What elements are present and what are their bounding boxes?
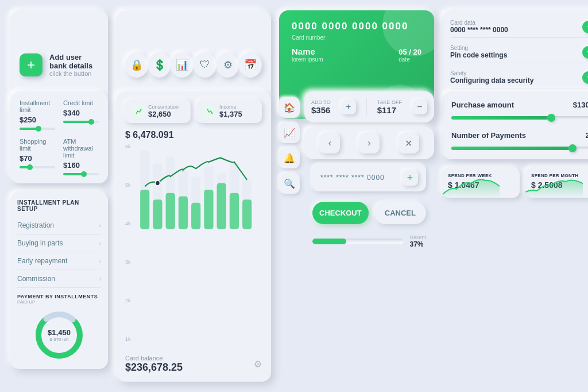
setting-pin-chevron[interactable]: ▾ — [582, 46, 588, 59]
limit-shopping-thumb[interactable] — [27, 164, 33, 170]
limit-installment-thumb[interactable] — [36, 126, 41, 132]
barchart-icon[interactable]: 📊 — [171, 52, 194, 78]
progress-fill — [312, 239, 346, 244]
limit-atm-fill — [63, 173, 84, 175]
limit-shopping-slider — [20, 166, 55, 168]
income-icon — [203, 105, 216, 118]
chart-area: 6k 5k 4k 3k 2k 1k — [125, 144, 262, 351]
purchase-amount-value: $1300 — [573, 101, 588, 109]
payments-slider-thumb[interactable] — [568, 144, 577, 152]
nav-close-button[interactable]: ✕ — [399, 133, 419, 153]
payment-title: PAYMENT BY INSTALLMENTS — [17, 294, 101, 299]
limit-installment-label: Installment limit — [20, 99, 55, 113]
menu-registration-label: Registration — [17, 221, 54, 229]
menu-repayment[interactable]: Early repayment › — [17, 252, 101, 270]
income-value: $1,375 — [219, 110, 242, 118]
spend-month-chart — [525, 175, 583, 198]
left-col: Installment limit $250 Credit limit $340 — [10, 91, 108, 382]
menu-repayment-label: Early repayment — [17, 257, 67, 265]
limit-atm-thumb[interactable] — [81, 171, 87, 177]
card-holder-sub: lorem ipsum — [292, 56, 323, 63]
purchase-amount-label: Purchase amount — [451, 101, 514, 109]
menu-buying[interactable]: Buying in parts › — [17, 235, 101, 252]
setting-card-data-label: Card data — [450, 20, 508, 26]
consumption-box: Consumption $2,650 — [125, 99, 191, 123]
menu-registration-arrow: › — [99, 222, 101, 229]
nav-buttons-card: ‹ › ✕ — [304, 127, 434, 159]
add-to-value: $356 — [311, 105, 331, 115]
purchase-amount-slider-track — [451, 116, 588, 120]
payments-row: Number of Payments 20 — [451, 131, 588, 140]
home-icon[interactable]: 🏠 — [279, 97, 300, 118]
svg-rect-14 — [140, 190, 149, 229]
limit-atm: ATM withdrawal limit $160 — [63, 138, 99, 175]
nav-forward-button[interactable]: › — [359, 133, 380, 153]
payments-value: 20 — [586, 131, 588, 140]
chart-card: Consumption $2,650 Income $1,375 — [116, 91, 271, 382]
take-off-label: TAKE OFF — [377, 99, 402, 105]
card-holder-name: Name — [292, 47, 323, 56]
purchase-amount-slider-thumb[interactable] — [547, 114, 555, 122]
setting-card-data-chevron[interactable]: ▾ — [582, 21, 588, 33]
shield-icon[interactable]: 🛡 — [194, 52, 216, 78]
calendar-icon[interactable]: 📅 — [239, 52, 262, 78]
setting-safety-chevron[interactable]: ▾ — [582, 71, 588, 84]
spend-month-box: SPEND PER MONTH $ 2.5008 — [525, 167, 588, 198]
recent-label: Recent — [409, 235, 426, 240]
spend-week-chart — [442, 175, 500, 198]
gear-icon[interactable]: ⚙ — [216, 52, 239, 78]
limit-shopping: Shopping limit $70 — [20, 138, 55, 175]
limit-shopping-value: $70 — [20, 154, 55, 163]
limit-credit-thumb[interactable] — [88, 119, 94, 125]
dollar-icon[interactable]: 💲 — [148, 52, 171, 78]
bell-icon[interactable]: 🔔 — [279, 148, 300, 168]
chart-line-icon[interactable]: 📈 — [279, 122, 300, 143]
lock-icon[interactable]: 🔒 — [125, 52, 148, 78]
limit-atm-value: $160 — [63, 161, 99, 170]
card-balance-value: $236,678.25 — [125, 362, 183, 374]
checkout-button[interactable]: CHECKOUT — [312, 202, 369, 224]
add-to-plus-button[interactable]: + — [341, 99, 356, 114]
purchase-card: Purchase amount $1300 Number of Payments… — [442, 91, 588, 159]
new-card-number: **** **** **** 0000 — [320, 174, 385, 182]
add-user-title: Add user bank details — [49, 53, 99, 70]
progress-row: Recent 37% — [304, 235, 434, 254]
card-number: 0000 0000 0000 0000 — [292, 21, 421, 32]
svg-rect-20 — [216, 183, 226, 229]
menu-repayment-arrow: › — [99, 258, 101, 264]
chart-gear-icon[interactable]: ⚙ — [254, 359, 262, 370]
cancel-button[interactable]: CANCEL — [374, 202, 426, 224]
take-off-minus-button[interactable]: − — [412, 99, 427, 114]
limit-atm-slider — [63, 173, 99, 175]
menu-buying-arrow: › — [99, 240, 101, 247]
limit-shopping-fill — [20, 166, 30, 168]
chart-header: Consumption $2,650 Income $1,375 — [125, 99, 262, 123]
svg-rect-19 — [204, 190, 213, 229]
nav-back-button[interactable]: ‹ — [319, 133, 340, 153]
add-user-button[interactable]: + — [20, 53, 42, 76]
menu-registration[interactable]: Registration › — [17, 217, 101, 235]
donut-container: $1,450 $ 670 left — [33, 309, 85, 361]
svg-rect-16 — [165, 193, 175, 229]
payments-slider-track — [451, 147, 588, 150]
add-new-card-button[interactable]: + — [402, 170, 418, 186]
action-buttons: CHECKOUT CANCEL — [304, 202, 434, 230]
y-label-2k: 2k — [125, 298, 131, 303]
setting-safety-label: Safety — [450, 70, 533, 76]
search-icon[interactable]: 🔍 — [279, 173, 300, 194]
payments-label: Number of Payments — [451, 131, 526, 140]
income-label: Income — [219, 104, 242, 110]
svg-rect-15 — [153, 199, 162, 229]
line-chart-svg — [134, 144, 262, 236]
payments-slider-fill — [451, 147, 572, 150]
limit-credit: Credit limit $340 — [63, 99, 99, 130]
setting-safety-value: Configuring data security — [450, 76, 533, 84]
menu-commission[interactable]: Commission › — [17, 270, 101, 288]
setting-safety: Safety Configuring data security ▾ — [450, 67, 588, 89]
card-expiry-label: date — [399, 56, 421, 63]
donut-center: $1,450 $ 670 left — [48, 328, 71, 342]
amount-controls-row: ADD TO $356 + TAKE OFF $117 − — [311, 98, 427, 116]
consumption-label: Consumption — [148, 104, 179, 110]
svg-point-23 — [155, 180, 160, 186]
purchase-amount-slider-fill — [451, 116, 551, 120]
